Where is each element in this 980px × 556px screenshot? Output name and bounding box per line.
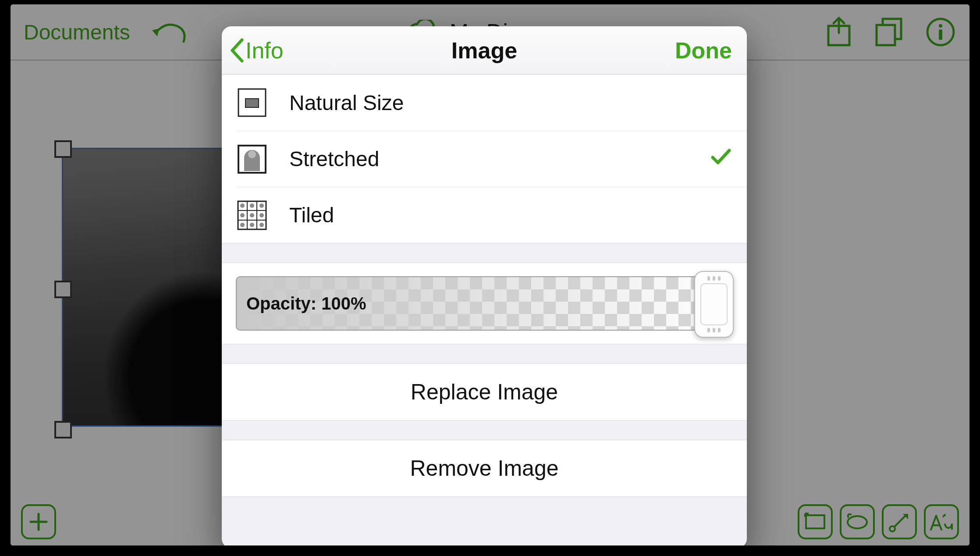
stretched-icon: [237, 144, 267, 175]
action-label: Replace Image: [411, 379, 558, 405]
opacity-slider-row: Opacity: 100%: [222, 263, 747, 344]
size-option-label: Stretched: [289, 147, 379, 171]
opacity-slider[interactable]: Opacity: 100%: [236, 276, 733, 331]
svg-point-25: [250, 223, 254, 227]
svg-point-22: [250, 213, 254, 217]
back-label: Info: [245, 37, 284, 64]
popover-title: Image: [451, 37, 517, 64]
tiled-icon: [237, 200, 267, 231]
chevron-left-icon: [229, 37, 245, 64]
remove-image-button[interactable]: Remove Image: [222, 440, 747, 497]
size-option-stretched[interactable]: Stretched: [237, 131, 747, 187]
opacity-slider-thumb[interactable]: [694, 271, 734, 338]
action-label: Remove Image: [410, 456, 558, 481]
size-option-label: Natural Size: [289, 91, 404, 115]
svg-point-26: [259, 223, 264, 227]
svg-point-23: [259, 213, 264, 217]
svg-point-12: [248, 150, 256, 158]
opacity-value-label: Opacity: 100%: [246, 294, 366, 314]
natural-size-icon: [237, 87, 267, 118]
back-button[interactable]: Info: [222, 37, 284, 64]
replace-image-button[interactable]: Replace Image: [222, 364, 747, 421]
svg-rect-10: [245, 99, 259, 107]
image-inspector-popover: Info Image Done Natural Size: [222, 26, 747, 545]
size-option-tiled[interactable]: Tiled: [237, 187, 747, 243]
done-button[interactable]: Done: [675, 37, 732, 64]
size-option-natural[interactable]: Natural Size: [222, 75, 747, 131]
svg-point-21: [240, 213, 245, 217]
size-option-label: Tiled: [289, 203, 334, 227]
svg-point-20: [259, 203, 264, 208]
svg-point-24: [240, 223, 245, 227]
svg-point-19: [250, 203, 254, 208]
popover-header: Info Image Done: [222, 26, 747, 75]
checkmark-icon: [710, 147, 732, 171]
svg-point-18: [240, 203, 245, 208]
